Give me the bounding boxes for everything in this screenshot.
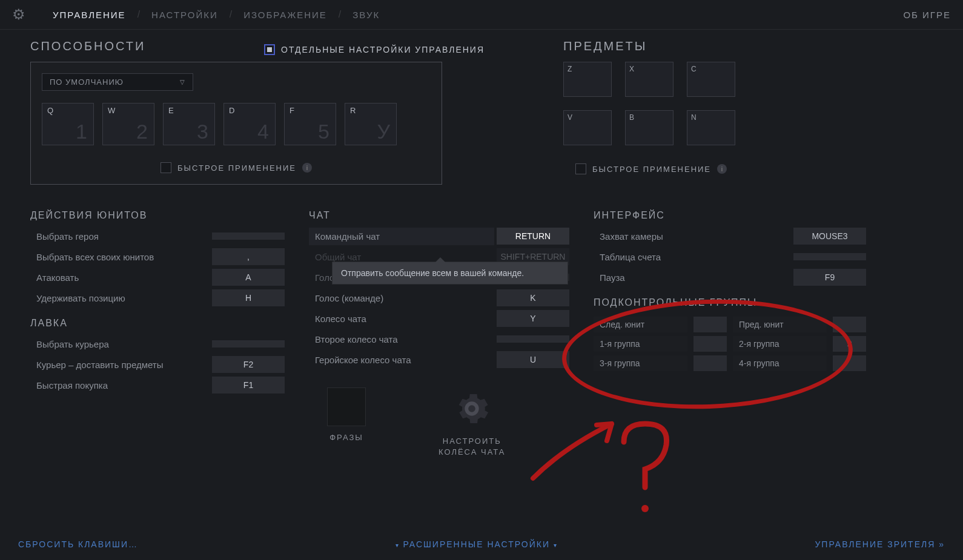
items-section: ПРЕДМЕТЫ Z X C V B N БЫСТРОЕ ПРИМЕНЕНИЕ … xyxy=(563,39,735,185)
footer: СБРОСИТЬ КЛАВИШИ… ▾ РАСШИРЕННЫЕ НАСТРОЙК… xyxy=(0,539,963,549)
top-nav: ⚙ УПРАВЛЕНИЕ / НАСТРОЙКИ / ИЗОБРАЖЕНИЕ /… xyxy=(0,0,963,30)
bind-scoreboard[interactable]: Таблица счета xyxy=(594,248,866,266)
advanced-settings-link[interactable]: ▾ РАСШИРЕННЫЕ НАСТРОЙКИ ▾ xyxy=(395,539,558,549)
sg-group-4[interactable]: 4-я группа xyxy=(733,355,827,371)
ability-slot-2[interactable]: W2 xyxy=(102,103,154,145)
sg-prev-unit[interactable]: Пред. юнит xyxy=(733,317,827,332)
sg-next-unit[interactable]: След. юнит xyxy=(594,317,687,332)
chat-title: ЧАТ xyxy=(309,210,569,221)
bind-select-all[interactable]: Выбрать всех своих юнитов, xyxy=(30,248,285,266)
column-interface: ИНТЕРФЕЙС Захват камерыMOUSE3 Таблица сч… xyxy=(594,202,866,397)
phrases-button[interactable]: ФРАЗЫ xyxy=(327,387,366,458)
tab-about[interactable]: ОБ ИГРЕ xyxy=(903,10,951,20)
bind-attack[interactable]: АтаковатьA xyxy=(30,268,285,286)
tab-audio[interactable]: ЗВУК xyxy=(352,10,380,20)
ability-slot-3[interactable]: E3 xyxy=(163,103,215,145)
svg-point-0 xyxy=(641,505,649,512)
unit-actions-title: ДЕЙСТВИЯ ЮНИТОВ xyxy=(30,210,285,221)
bind-chat-wheel-2[interactable]: Второе колесо чата xyxy=(309,330,569,348)
chat-wheel-settings-button[interactable]: НАСТРОИТЬ КОЛЁСА ЧАТА xyxy=(438,387,506,458)
chevron-down-icon: ▽ xyxy=(180,79,185,85)
bind-voice-team[interactable]: Голос (команде)K xyxy=(309,289,569,307)
tab-settings[interactable]: НАСТРОЙКИ xyxy=(151,10,218,20)
chat-wheel-gear-icon xyxy=(451,387,493,430)
items-quickcast-checkbox[interactable] xyxy=(575,163,586,174)
separate-controls-checkbox[interactable] xyxy=(264,44,275,55)
ability-slots-row: Q1 W2 E3 D4 F5 RУ xyxy=(42,103,431,145)
spectator-controls-link[interactable]: УПРАВЛЕНИЕ ЗРИТЕЛЯ » xyxy=(815,539,945,549)
item-slot-1[interactable]: Z xyxy=(563,62,612,97)
item-slot-5[interactable]: B xyxy=(625,110,673,145)
bind-quickbuy[interactable]: Быстрая покупкаF1 xyxy=(30,376,285,394)
sg-group-1[interactable]: 1-я группа xyxy=(594,336,687,352)
abilities-section: СПОСОБНОСТИ ПО УМОЛЧАНИЮ ▽ Q1 W2 E3 D4 F… xyxy=(30,39,442,185)
item-slot-4[interactable]: V xyxy=(563,110,612,145)
bind-select-courier[interactable]: Выбрать курьера xyxy=(30,335,285,353)
sg-group-3[interactable]: 3-я группа xyxy=(594,355,687,371)
ability-slot-5[interactable]: F5 xyxy=(284,103,336,145)
interface-title: ИНТЕРФЕЙС xyxy=(594,210,866,221)
items-quickcast-row: БЫСТРОЕ ПРИМЕНЕНИЕ i xyxy=(575,163,735,174)
abilities-box: ПО УМОЛЧАНИЮ ▽ Q1 W2 E3 D4 F5 RУ БЫСТРОЕ… xyxy=(30,62,442,185)
bind-team-chat[interactable]: Командный чатRETURN xyxy=(309,227,569,245)
phrases-icon xyxy=(327,387,366,426)
quickcast-label: БЫСТРОЕ ПРИМЕНЕНИЕ xyxy=(177,163,296,173)
tooltip: Отправить сообщение всем в вашей команде… xyxy=(332,262,568,285)
annotation-arrow xyxy=(527,412,630,484)
items-title: ПРЕДМЕТЫ xyxy=(563,39,735,53)
bind-camera-grip[interactable]: Захват камерыMOUSE3 xyxy=(594,227,866,245)
abilities-quickcast-row: БЫСТРОЕ ПРИМЕНЕНИЕ i xyxy=(42,162,431,173)
bind-chat-wheel[interactable]: Колесо чатаY xyxy=(309,309,569,328)
ability-slot-4[interactable]: D4 xyxy=(223,103,276,145)
items-grid: Z X C V B N xyxy=(563,62,735,145)
column-unit-actions: ДЕЙСТВИЯ ЮНИТОВ Выбрать героя Выбрать вс… xyxy=(30,202,285,397)
item-slot-6[interactable]: N xyxy=(687,110,735,145)
subgroups-title: ПОДКОНТРОЛЬНЫЕ ГРУППЫ xyxy=(594,297,866,308)
items-quickcast-label: БЫСТРОЕ ПРИМЕНЕНИЕ xyxy=(592,165,711,174)
tab-controls[interactable]: УПРАВЛЕНИЕ xyxy=(53,10,126,20)
ability-slot-6[interactable]: RУ xyxy=(345,103,397,145)
bind-pause[interactable]: ПаузаF9 xyxy=(594,268,866,286)
separate-controls-row: ОТДЕЛЬНЫЕ НАСТРОЙКИ УПРАВЛЕНИЯ xyxy=(264,44,485,55)
column-chat: ЧАТ Командный чатRETURN Общий чатSHIFT+R… xyxy=(309,202,569,397)
tab-video[interactable]: ИЗОБРАЖЕНИЕ xyxy=(243,10,327,20)
annotation-question-mark xyxy=(612,418,684,527)
bottom-icons: ФРАЗЫ НАСТРОИТЬ КОЛЁСА ЧАТА xyxy=(327,387,506,458)
reset-keys-link[interactable]: СБРОСИТЬ КЛАВИШИ… xyxy=(18,539,138,549)
ability-slot-1[interactable]: Q1 xyxy=(42,103,94,145)
sg-group-2[interactable]: 2-я группа xyxy=(733,336,827,352)
subgroups-grid: След. юнит Пред. юнит 1-я группа 2-я гру… xyxy=(594,317,866,371)
shop-title: ЛАВКА xyxy=(30,318,285,329)
bind-hero-chat-wheel[interactable]: Геройское колесо чатаU xyxy=(309,351,569,369)
quickcast-checkbox[interactable] xyxy=(160,162,171,173)
bind-hold[interactable]: Удерживать позициюH xyxy=(30,289,285,307)
item-slot-3[interactable]: C xyxy=(687,62,735,97)
item-slot-2[interactable]: X xyxy=(625,62,673,97)
info-icon[interactable]: i xyxy=(717,164,727,174)
gear-icon[interactable]: ⚙ xyxy=(12,6,25,23)
bind-courier-deliver[interactable]: Курьер – доставить предметыF2 xyxy=(30,355,285,374)
preset-dropdown[interactable]: ПО УМОЛЧАНИЮ ▽ xyxy=(42,73,193,91)
bind-select-hero[interactable]: Выбрать героя xyxy=(30,227,285,245)
separate-controls-label: ОТДЕЛЬНЫЕ НАСТРОЙКИ УПРАВЛЕНИЯ xyxy=(281,45,485,54)
info-icon[interactable]: i xyxy=(302,163,312,173)
